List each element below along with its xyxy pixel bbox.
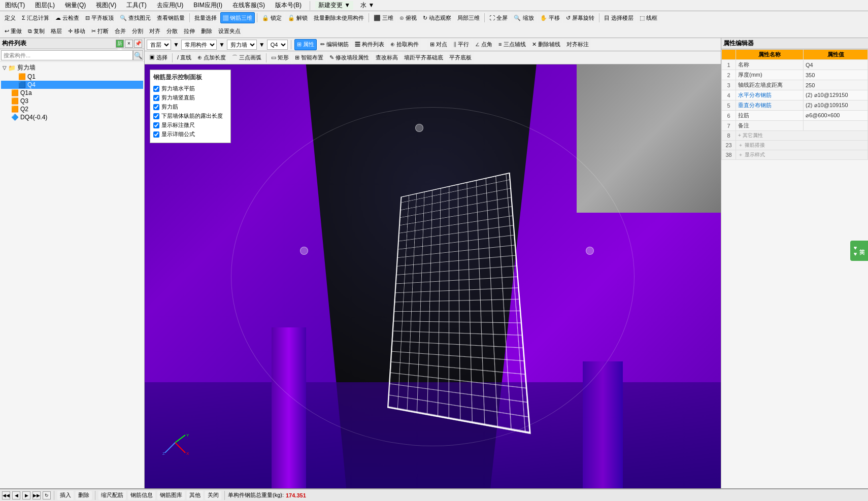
btn-cloud-check[interactable]: ☁ 云检查 [53, 12, 82, 23]
component-select[interactable]: 剪力墙 [227, 40, 257, 50]
btn-flat-floor[interactable]: 平齐底板 [447, 52, 474, 63]
menu-item-bim[interactable]: BIM应用(I) [190, 1, 225, 10]
btn-unlock[interactable]: 🔓 解锁 [285, 12, 310, 23]
btn-zoom[interactable]: 🔍 缩放 [511, 12, 536, 23]
btn-floor[interactable]: 格层 [48, 25, 64, 37]
btn-define[interactable]: 定义 [2, 12, 18, 23]
checkbox-lower[interactable] [153, 113, 159, 119]
prop-expand-23[interactable]: ＋ 箍筋搭接 [736, 141, 868, 150]
btn-modify-wall-prop[interactable]: ✎ 修改墙段属性 [327, 52, 372, 63]
btn-orbit[interactable]: ↻ 动态观察 [420, 12, 454, 23]
btn-check-elev[interactable]: 查改标高 [373, 52, 400, 63]
btn-select-draw[interactable]: ▣ 选择 [147, 52, 170, 63]
btn-split[interactable]: 分割 [129, 25, 146, 37]
menu-item-service[interactable]: 在线客服(S) [229, 1, 268, 10]
btn-line[interactable]: / 直线 [175, 52, 194, 63]
btn-nav-first[interactable]: ◀◀ [2, 491, 10, 499]
btn-align[interactable]: 对齐 [147, 25, 163, 37]
btn-redo[interactable]: ↩ 重做 [2, 25, 24, 37]
btn-copy[interactable]: ⧉ 复制 [25, 25, 47, 37]
menu-item-app[interactable]: 去应用(U) [154, 1, 187, 10]
btn-nav-next[interactable]: ▶ [22, 491, 30, 499]
btn-select-floor[interactable]: 目 选择楼层 [602, 12, 636, 23]
checkbox-mark[interactable] [153, 122, 159, 128]
tree-item-q1[interactable]: 🟧 Q1 [1, 73, 143, 81]
btn-parallel[interactable]: ∥ 平行 [451, 39, 472, 50]
btn-other[interactable]: 其他 [187, 491, 203, 500]
viewport-3d[interactable]: Y X Z 钢筋显示控制面板 剪力墙水平筋 剪力墙竖直筋 [145, 64, 721, 488]
btn-properties[interactable]: ⊞ 属性 [294, 39, 317, 50]
btn-nav-last[interactable]: ▶▶ [32, 491, 41, 499]
btn-arc[interactable]: ⌒ 三点画弧 [229, 52, 264, 63]
lang-button[interactable]: 英简 ♥♥ [850, 241, 868, 261]
prop-value-6[interactable]: ⌀6@600×600 [804, 111, 868, 121]
btn-rebar-draw[interactable]: 钢筋图库 [157, 491, 185, 500]
btn-batch-del[interactable]: 批量删除未使用构件 [311, 12, 366, 23]
btn-three-line[interactable]: ≡ 三点辅线 [496, 39, 528, 50]
btn-fullscreen[interactable]: ⛶ 全屏 [487, 12, 510, 23]
btn-close-panel[interactable]: × [125, 40, 133, 48]
btn-align-label[interactable]: 对齐标注 [564, 39, 591, 50]
menu-item-layer[interactable]: 图层(L) [32, 1, 58, 10]
btn-3d[interactable]: ⬛ 三维 [371, 12, 396, 23]
btn-lock[interactable]: 🔒 锁定 [259, 12, 284, 23]
menu-item-charts[interactable]: 图纸(T) [2, 1, 28, 10]
btn-pick-component[interactable]: ⊕ 拾取构件 [388, 39, 421, 50]
btn-point-len[interactable]: ⊕ 点加长度 [195, 52, 228, 63]
btn-snap-point[interactable]: ⊞ 对点 [427, 39, 450, 50]
search-input[interactable] [1, 50, 133, 60]
prop-value-7[interactable] [804, 121, 868, 131]
btn-rebar-3d[interactable]: ▦ 钢筋三维 [220, 12, 255, 23]
menu-item-newchange[interactable]: 新建变更 ▼ [315, 1, 353, 10]
menu-item-view[interactable]: 视图(V) [93, 1, 119, 10]
prop-value-1[interactable]: Q4 [804, 60, 868, 70]
floor-select[interactable]: 首层 [147, 40, 171, 50]
menu-item-steel[interactable]: 钢量(Q) [62, 1, 89, 10]
prop-value-5[interactable]: (2) ⌀10@109150 [804, 101, 868, 111]
btn-del-aux[interactable]: ✕ 删除辅线 [529, 39, 563, 50]
prop-value-4[interactable]: (2) ⌀10@129150 [804, 90, 868, 101]
btn-new[interactable]: ＋ 新建 [116, 40, 124, 48]
tree-folder-shear-wall[interactable]: ▽ 📁 剪力墙 [1, 63, 143, 73]
tree-toggle-shear-wall[interactable]: ▽ [1, 64, 8, 72]
btn-delete-row[interactable]: 删除 [76, 491, 92, 500]
prop-value-3[interactable]: 250 [804, 80, 868, 90]
checkbox-horiz[interactable] [153, 86, 159, 92]
checkbox-vert[interactable] [153, 95, 159, 101]
btn-rotate[interactable]: ↺ 屏幕旋转 [563, 12, 597, 23]
tree-item-q3[interactable]: 🟧 Q3 [1, 97, 143, 105]
btn-flat-top[interactable]: ⊟ 平齐板顶 [83, 12, 116, 23]
tree-item-q1a[interactable]: 🟧 Q1a [1, 89, 143, 97]
btn-stretch[interactable]: 拉伸 [181, 25, 197, 37]
btn-pan[interactable]: ✋ 平移 [538, 12, 562, 23]
btn-summarize[interactable]: Σ 汇总计算 [19, 12, 52, 23]
btn-rect[interactable]: ▭ 矩形 [269, 52, 291, 63]
btn-smart-layout[interactable]: ⊞ 智能布置 [292, 52, 326, 63]
prop-expand-38[interactable]: ＋ 显示样式 [736, 150, 868, 160]
btn-wall-base[interactable]: 墙距平齐基础底 [402, 52, 446, 63]
btn-nav-refresh[interactable]: ↻ [43, 491, 51, 499]
btn-wireframe[interactable]: ⬚ 线框 [637, 12, 660, 23]
menu-item-version[interactable]: 版本号(B) [272, 1, 305, 10]
prop-value-2[interactable]: 350 [804, 70, 868, 80]
btn-delete[interactable]: 删除 [198, 25, 215, 37]
btn-nav-prev[interactable]: ◀ [12, 491, 20, 499]
btn-rebar-info[interactable]: 钢筋信息 [128, 491, 155, 500]
checkbox-shear[interactable] [153, 104, 159, 110]
btn-angle-point[interactable]: ∠ 点角 [473, 39, 495, 50]
btn-move[interactable]: ✛ 移动 [65, 25, 88, 37]
category-select[interactable]: 常用构件 [181, 40, 217, 50]
btn-edit-rebar[interactable]: ✏ 编辑钢筋 [318, 39, 351, 50]
tree-item-q2[interactable]: 🟧 Q2 [1, 105, 143, 113]
prop-expand-8[interactable]: + 其它属性 [736, 131, 868, 141]
btn-break[interactable]: ✂ 打断 [89, 25, 111, 37]
tree-item-q4[interactable]: 🟦 Q4 [1, 81, 143, 89]
btn-view-rebar[interactable]: 查看钢筋量 [154, 12, 187, 23]
btn-top-view[interactable]: ⊙ 俯视 [397, 12, 419, 23]
btn-close-bottom[interactable]: 关闭 [205, 491, 221, 500]
btn-local-3d[interactable]: 局部三维 [455, 12, 482, 23]
btn-distribute[interactable]: 分散 [164, 25, 180, 37]
btn-pin-panel[interactable]: 📌 [134, 40, 142, 48]
btn-find[interactable]: 🔍 查找图元 [117, 12, 153, 23]
btn-set-grip[interactable]: 设置夹点 [216, 25, 243, 37]
